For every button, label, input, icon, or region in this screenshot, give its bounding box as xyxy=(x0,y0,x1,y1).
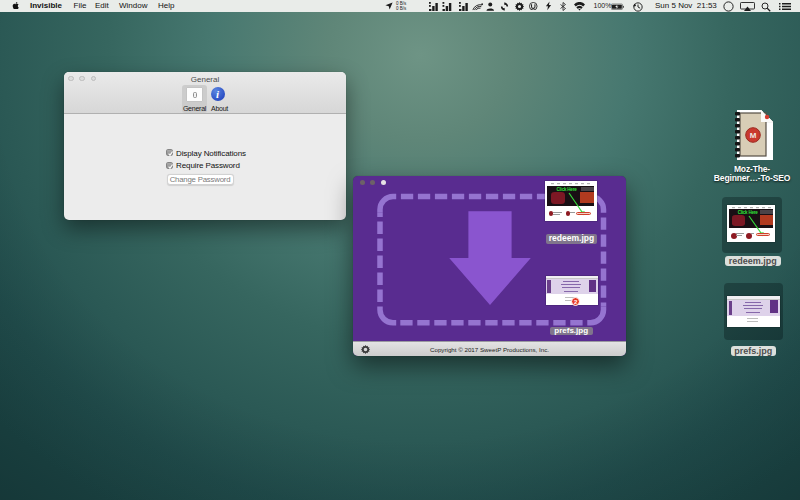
svg-text:M: M xyxy=(749,131,756,140)
